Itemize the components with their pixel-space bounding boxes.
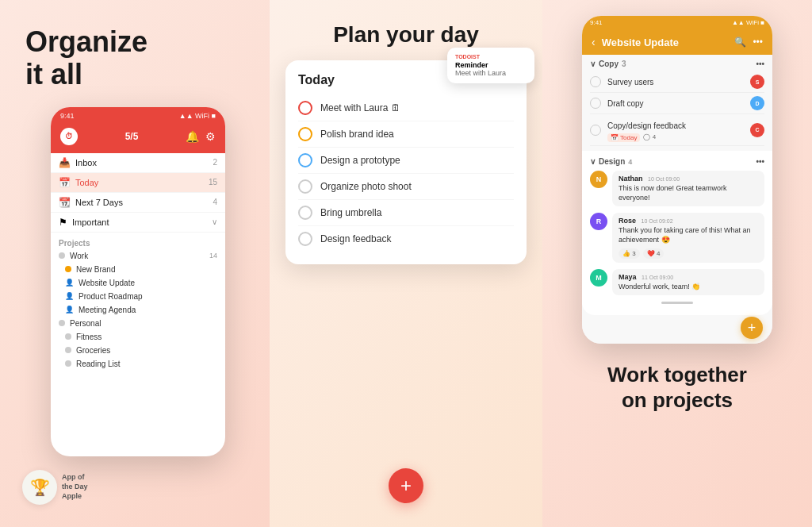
todo-card: Today Meet with Laura 🗓 Polish brand ide… — [285, 60, 527, 264]
todo-item-3[interactable]: Design a prototype — [298, 148, 514, 174]
today-tag: 📅 Today — [607, 133, 640, 142]
toolbar-icons: 🔔 ⚙ — [186, 130, 216, 143]
todo-circle-4 — [298, 179, 312, 194]
avatar-rose: R — [590, 213, 607, 230]
phone-nav: 📥 Inbox 2 📅 Today 15 📆 Next 7 Days 4 — [51, 153, 225, 371]
right-phone-signals: ▲▲ WiFi ■ — [732, 19, 764, 26]
avatar-feedback: C — [750, 123, 764, 137]
project-title: Website Update — [602, 37, 729, 48]
copy-group-header: ∨ Copy 3 ••• — [590, 60, 764, 68]
task-label-feedback: Copy/design feedback — [607, 121, 686, 130]
left-phone-mockup: 9:41 ▲▲ WiFi ■ ⏱ 5/5 🔔 ⚙ 📥 Inbox 2 — [51, 107, 225, 456]
design-group-header: ∨ Design 4 ••• — [590, 157, 764, 166]
today-icon: 📅 — [59, 177, 71, 188]
middle-headline: Plan your day — [285, 22, 527, 48]
avatar-maya: M — [590, 269, 607, 287]
todo-label-4: Organize photo shoot — [320, 181, 412, 192]
project-website[interactable]: 👤 Website Update — [51, 276, 225, 290]
todo-circle-6 — [298, 232, 312, 246]
reminder-brand: TODOIST — [455, 54, 527, 60]
reaction-heart[interactable]: ❤️ 4 — [643, 248, 665, 259]
todo-circle-2 — [298, 127, 312, 141]
todo-circle-5 — [298, 206, 312, 220]
project-dot-fitness — [65, 333, 71, 340]
task-circle-2 — [590, 98, 601, 109]
todo-circle-1 — [298, 101, 312, 115]
left-headline: Organize it all — [25, 25, 251, 91]
project-reading[interactable]: Reading List — [51, 357, 225, 371]
project-newbrand[interactable]: New Brand — [51, 263, 225, 276]
more-icon[interactable]: ••• — [753, 37, 763, 48]
right-section: 9:41 ▲▲ WiFi ■ ‹ Website Update 🔍 ••• ∨ … — [542, 0, 812, 527]
right-fab-btn[interactable]: + — [741, 317, 763, 339]
badge-icon: 🏆 — [22, 470, 57, 505]
todo-item-1[interactable]: Meet with Laura 🗓 — [298, 95, 514, 121]
phone-bottom-area: + — [582, 315, 772, 344]
project-groceries[interactable]: Groceries — [51, 344, 225, 357]
design-expand-icon[interactable]: ∨ — [590, 157, 596, 166]
projects-header: Projects — [51, 233, 225, 249]
project-dot-reading — [65, 360, 71, 367]
todo-item-2[interactable]: Polish brand idea — [298, 121, 514, 148]
todo-item-4[interactable]: Organize photo shoot — [298, 174, 514, 200]
todo-item-5[interactable]: Bring umbrella — [298, 200, 514, 226]
middle-section: Plan your day TODOIST Reminder Meet with… — [270, 0, 542, 527]
person-icon2: 👤 — [65, 292, 74, 300]
task-draft-copy[interactable]: Draft copy D — [590, 93, 764, 114]
design-more-icon[interactable]: ••• — [756, 157, 764, 166]
project-agenda[interactable]: 👤 Meeting Agenda — [51, 303, 225, 317]
bell-icon[interactable]: 🔔 — [186, 130, 199, 143]
comment-nathan: N Nathan 10 Oct 09:00 This is now done! … — [590, 171, 764, 206]
project-dot-work — [59, 252, 65, 259]
avatar-survey: S — [750, 75, 764, 89]
copy-group: ∨ Copy 3 ••• Survey users S Draft copy D… — [582, 55, 772, 151]
todo-circle-3 — [298, 153, 312, 167]
divider — [661, 302, 693, 304]
reaction-thumbs[interactable]: 👍 3 — [619, 248, 640, 259]
project-dot-personal — [59, 320, 65, 326]
add-task-fab[interactable]: + — [389, 468, 423, 503]
nav-item-next7[interactable]: 📆 Next 7 Days 4 — [51, 193, 225, 213]
bubble-maya: Maya 11 Oct 09:00 Wonderful work, team! … — [612, 269, 764, 296]
nav-item-important[interactable]: ⚑ Important ∨ — [51, 213, 225, 233]
nav-item-inbox[interactable]: 📥 Inbox 2 — [51, 153, 225, 173]
right-phone-header: ‹ Website Update 🔍 ••• — [582, 29, 772, 55]
phone-toolbar: ⏱ 5/5 🔔 ⚙ — [51, 123, 225, 153]
search-icon[interactable]: 🔍 — [734, 37, 746, 48]
copy-group-count: 3 — [622, 60, 626, 68]
todo-label-1: Meet with Laura 🗓 — [320, 102, 400, 113]
back-icon[interactable]: ‹ — [592, 36, 596, 48]
todo-item-6[interactable]: Design feedback — [298, 226, 514, 252]
person-icon3: 👤 — [65, 306, 74, 314]
todo-label-6: Design feedback — [320, 233, 391, 244]
copy-group-more[interactable]: ••• — [756, 60, 764, 68]
project-dot-groceries — [65, 347, 71, 353]
avatar-nathan: N — [590, 171, 607, 188]
todo-label-3: Design a prototype — [320, 155, 400, 166]
right-headline: Work together on projects — [555, 363, 799, 412]
reactions-rose: 👍 3 ❤️ 4 — [619, 248, 758, 259]
project-fitness[interactable]: Fitness — [51, 330, 225, 344]
task-survey-users[interactable]: Survey users S — [590, 71, 764, 93]
project-personal[interactable]: Personal — [51, 317, 225, 330]
task-label-survey: Survey users — [607, 78, 744, 87]
reminder-title: Reminder — [455, 61, 527, 69]
task-circle-1 — [590, 76, 601, 87]
header-action-icons: 🔍 ••• — [734, 37, 763, 48]
task-copy-feedback[interactable]: Copy/design feedback 📅 Today ◯ 4 C — [590, 114, 764, 146]
nav-item-today[interactable]: 📅 Today 15 — [51, 173, 225, 193]
design-group-label: Design — [599, 157, 625, 166]
copy-group-label: Copy — [599, 60, 619, 68]
reminder-text: Meet with Laura — [455, 69, 527, 77]
project-work[interactable]: Work 14 — [51, 249, 225, 263]
inbox-icon: 📥 — [59, 157, 71, 168]
phone-time: 9:41 — [60, 112, 75, 120]
gear-icon[interactable]: ⚙ — [205, 130, 216, 143]
comment-count: ◯ 4 — [643, 133, 656, 142]
bubble-rose: Rose 10 Oct 09:02 Thank you for taking c… — [612, 213, 764, 262]
project-roadmap[interactable]: 👤 Product Roadmap — [51, 290, 225, 303]
person-icon: 👤 — [65, 279, 74, 287]
task-circle-3 — [590, 125, 601, 136]
reminder-bubble: TODOIST Reminder Meet with Laura — [447, 48, 534, 83]
expand-icon[interactable]: ∨ — [590, 60, 596, 68]
